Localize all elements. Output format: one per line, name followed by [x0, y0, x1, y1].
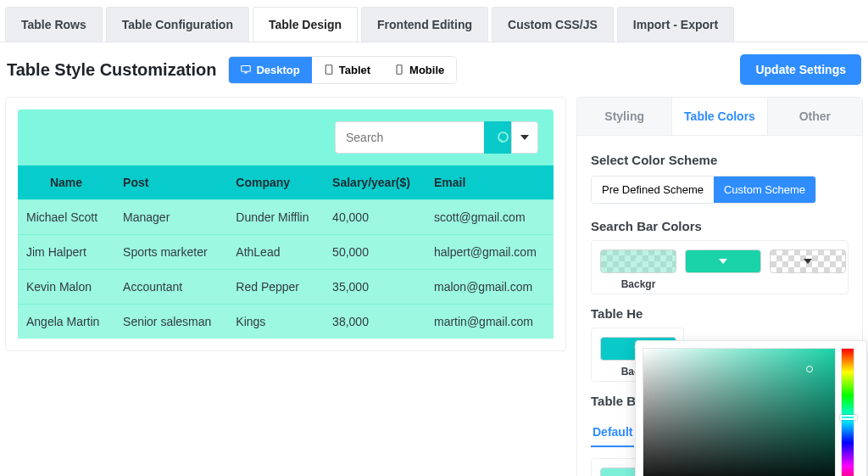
mobile-icon	[394, 64, 404, 75]
tab-import-export[interactable]: Import - Export	[617, 7, 734, 42]
chevron-down-icon	[634, 259, 643, 264]
tab-table-rows[interactable]: Table Rows	[5, 7, 103, 42]
cell-company: AthLead	[227, 235, 324, 270]
device-desktop-label: Desktop	[256, 64, 299, 76]
device-desktop-button[interactable]: Desktop	[229, 57, 311, 83]
body-tab-default[interactable]: Default	[591, 418, 634, 447]
chevron-down-icon	[804, 259, 812, 264]
top-nav-tabs: Table Rows Table Configuration Table Des…	[0, 0, 868, 42]
device-mobile-label: Mobile	[409, 64, 444, 76]
device-toggle: Desktop Tablet Mobile	[228, 56, 457, 84]
search-row	[18, 109, 554, 165]
cell-salary: 40,000	[324, 200, 426, 235]
table-preview-panel: Name Post Company Salary/year($) Email M…	[5, 97, 566, 351]
header-colors-heading: Table He	[591, 306, 849, 321]
cell-email: martin@gmail.com	[426, 305, 554, 339]
search-dropdown-button[interactable]	[511, 121, 538, 154]
col-email[interactable]: Email	[426, 165, 554, 200]
scheme-toggle: Pre Defined Scheme Custom Scheme	[591, 176, 816, 204]
update-settings-button[interactable]: Update Settings	[740, 54, 861, 85]
page-title: Table Style Customization	[7, 60, 216, 80]
cell-post: Manager	[114, 200, 227, 235]
device-tablet-button[interactable]: Tablet	[312, 57, 382, 83]
desktop-icon	[241, 64, 251, 75]
cell-salary: 50,000	[324, 235, 426, 270]
search-text-item	[685, 249, 761, 290]
scheme-heading: Select Color Scheme	[591, 153, 849, 167]
search-colors-heading: Search Bar Colors	[591, 219, 849, 233]
svg-rect-2	[326, 65, 332, 75]
search-icon	[492, 132, 504, 143]
header-row: Name Post Company Salary/year($) Email	[18, 165, 554, 200]
cell-name: Jim Halpert	[18, 235, 114, 270]
chevron-down-icon	[520, 135, 529, 140]
tab-table-configuration[interactable]: Table Configuration	[106, 7, 249, 42]
col-name[interactable]: Name	[18, 165, 114, 200]
tab-frontend-editing[interactable]: Frontend Editing	[361, 7, 488, 42]
cell-email: halpert@gmail.com	[426, 235, 554, 270]
table-row: Angela Martin Senior salesman Kings 38,0…	[18, 305, 554, 339]
color-picker-popover: Clear OK	[635, 340, 867, 476]
tab-custom-css-js[interactable]: Custom CSS/JS	[492, 7, 614, 42]
svg-rect-0	[242, 66, 251, 72]
col-salary[interactable]: Salary/year($)	[324, 165, 426, 200]
svg-rect-1	[245, 72, 248, 74]
cell-company: Red Pepper	[227, 270, 324, 305]
table-row: Kevin Malon Accountant Red Pepper 35,000…	[18, 270, 554, 305]
col-company[interactable]: Company	[227, 165, 324, 200]
cell-post: Accountant	[114, 270, 227, 305]
tablet-icon	[324, 64, 334, 75]
col-post[interactable]: Post	[114, 165, 227, 200]
color-saturation-field[interactable]	[643, 348, 836, 476]
cell-salary: 35,000	[324, 270, 426, 305]
header-bar: Table Style Customization Desktop Tablet…	[0, 42, 868, 97]
panel-tabs: Styling Table Colors Other	[577, 98, 862, 136]
search-submit-button[interactable]	[484, 121, 511, 154]
device-mobile-button[interactable]: Mobile	[382, 57, 456, 83]
search-colors-row: Backgr	[591, 240, 849, 294]
custom-scheme-button[interactable]: Custom Scheme	[714, 176, 815, 203]
cell-company: Dunder Mifflin	[227, 200, 324, 235]
subtab-table-colors[interactable]: Table Colors	[671, 98, 767, 135]
tab-table-design[interactable]: Table Design	[253, 7, 358, 42]
chevron-down-icon	[719, 259, 727, 264]
search-bg-label: Backgr	[600, 278, 676, 290]
search-input[interactable]	[335, 121, 484, 154]
data-table: Name Post Company Salary/year($) Email M…	[18, 165, 554, 339]
hue-slider[interactable]	[841, 348, 854, 476]
color-settings-panel: Styling Table Colors Other Select Color …	[576, 97, 863, 476]
cell-name: Angela Martin	[18, 305, 114, 339]
hue-thumb[interactable]	[840, 415, 857, 420]
table-row: Michael Scott Manager Dunder Mifflin 40,…	[18, 200, 554, 235]
cell-name: Michael Scott	[18, 200, 114, 235]
cell-post: Sports marketer	[114, 235, 227, 270]
predefined-scheme-button[interactable]: Pre Defined Scheme	[592, 176, 714, 203]
subtab-other[interactable]: Other	[768, 98, 862, 135]
search-bg-swatch[interactable]	[600, 249, 676, 273]
subtab-styling[interactable]: Styling	[577, 98, 671, 135]
cell-email: malon@gmail.com	[426, 270, 554, 305]
main-layout: Name Post Company Salary/year($) Email M…	[0, 97, 868, 476]
search-text-swatch[interactable]	[685, 249, 761, 273]
svg-rect-3	[397, 65, 402, 75]
table-preview: Name Post Company Salary/year($) Email M…	[18, 109, 554, 339]
cell-company: Kings	[227, 305, 324, 339]
search-bg-item: Backgr	[600, 249, 676, 290]
saturation-thumb[interactable]	[806, 366, 813, 372]
search-box	[335, 121, 538, 154]
cell-email: scott@gmail.com	[426, 200, 554, 235]
cell-post: Senior salesman	[114, 305, 227, 339]
search-border-item	[770, 249, 846, 290]
cell-salary: 38,000	[324, 305, 426, 339]
table-row: Jim Halpert Sports marketer AthLead 50,0…	[18, 235, 554, 270]
cell-name: Kevin Malon	[18, 270, 114, 305]
device-tablet-label: Tablet	[339, 64, 370, 76]
search-border-swatch[interactable]	[770, 249, 846, 273]
